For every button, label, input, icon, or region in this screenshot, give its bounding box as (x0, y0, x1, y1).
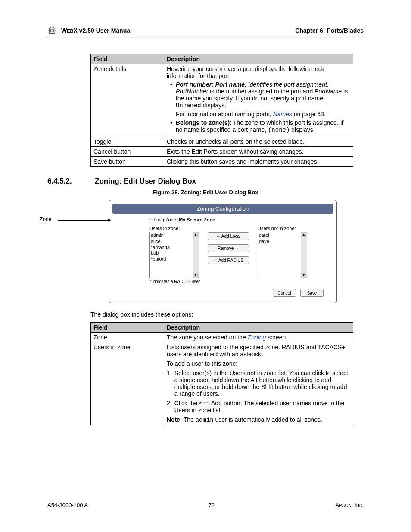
scrollbar[interactable]: ▲▼ (301, 232, 307, 278)
save-button[interactable]: Save (300, 289, 324, 297)
editing-zone-row: Editing Zone: My Secure Zone (149, 217, 333, 222)
company-name: APCON, Inc. (335, 502, 364, 508)
users-not-in-zone-list[interactable]: carol dave ▲▼ (258, 232, 307, 278)
table-row: Users in zone: Lists users assigned to t… (91, 342, 353, 425)
zoning-config-dialog: Zoning Configuration Editing Zone: My Se… (109, 200, 337, 303)
scroll-up-icon: ▲ (301, 232, 307, 237)
table-row: Zone details Hovering your cursor over a… (91, 64, 353, 137)
table-row: Save button Clicking this button saves a… (91, 157, 353, 167)
dialog-title: Zoning Configuration (112, 204, 333, 214)
radius-note: * indicates a RADIUS user (149, 279, 333, 284)
scroll-up-icon: ▲ (193, 232, 199, 237)
th-field: Field (91, 323, 164, 333)
dialog-options-table: Field Description Zone The zone you sele… (90, 322, 353, 425)
th-desc: Description (164, 54, 353, 64)
arrow-right-icon (108, 218, 111, 222)
doc-number: A54-3000-100 A (47, 502, 88, 508)
th-field: Field (91, 54, 164, 64)
scrollbar[interactable]: ▲▼ (193, 232, 199, 278)
svg-rect-1 (50, 29, 53, 32)
figure-28: Zone Zoning Configuration Editing Zone: … (74, 200, 337, 303)
bullet-icon: • (170, 81, 172, 118)
table-row: Toggle Checks or unchecks all ports on t… (91, 137, 353, 147)
cancel-button[interactable]: Cancel (273, 289, 296, 297)
scroll-down-icon: ▼ (193, 273, 199, 278)
manual-title: WEBX v2.50 User Manual (61, 27, 132, 34)
add-radius-button[interactable]: ← Add RADIUS (208, 256, 249, 264)
callout-zone-label: Zone (40, 216, 51, 222)
remove-button[interactable]: Remove → (208, 244, 249, 252)
section-title: Zoning: Edit User Dialog Box (95, 177, 196, 186)
zoning-link[interactable]: Zoning (248, 334, 266, 341)
scroll-down-icon: ▼ (301, 273, 307, 278)
bullet-icon: • (170, 119, 172, 134)
users-in-zone-label: Users in zone: (149, 226, 199, 231)
callout-line (58, 220, 109, 221)
users-in-zone-list[interactable]: admin alice *amanda bob *buford ▲▼ (149, 232, 199, 278)
zone-details-table: Field Description Zone details Hovering … (90, 54, 353, 167)
page-number: 72 (209, 502, 215, 508)
figure-caption: Figure 28. Zoning: Edit User Dialog Box (47, 189, 364, 196)
users-not-in-zone-label: Users not in zone: (258, 226, 307, 231)
add-local-button[interactable]: ← Add Local (208, 232, 249, 240)
page-footer: A54-3000-100 A 72 APCON, Inc. (47, 502, 364, 508)
section-heading: 6.4.5.2. Zoning: Edit User Dialog Box (47, 177, 364, 186)
intro-paragraph: The dialog box includes these options: (90, 311, 364, 318)
table-row: Zone The zone you selected on the Zoning… (91, 333, 353, 342)
chip-icon (47, 26, 57, 35)
th-desc: Description (164, 323, 353, 333)
names-link[interactable]: Names (273, 111, 292, 118)
table-row: Cancel button Exits the Edit Ports scree… (91, 147, 353, 157)
section-number: 6.4.5.2. (47, 177, 95, 186)
page-header: WEBX v2.50 User Manual Chapter 6: Ports/… (47, 26, 364, 37)
chapter-title: Chapter 6: Ports/Blades (295, 27, 364, 34)
